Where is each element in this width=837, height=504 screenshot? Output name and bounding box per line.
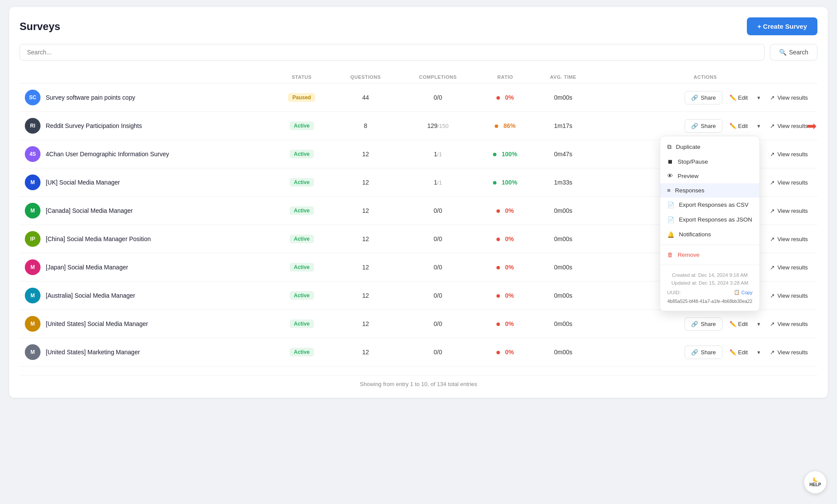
questions-cell: 44 bbox=[332, 84, 398, 112]
actions-cell: 🔗 Share ✏️ Edit ▾ ↗ View results bbox=[598, 317, 812, 331]
dropdown-item-icon: 🔔 bbox=[667, 231, 675, 238]
table-row: M [United States] Marketing Manager Acti… bbox=[20, 338, 817, 366]
copy-uuid-button[interactable]: 📋 Copy bbox=[734, 289, 753, 295]
questions-cell: 12 bbox=[332, 282, 398, 310]
questions-cell: 12 bbox=[332, 310, 398, 338]
edit-icon: ✏️ bbox=[729, 123, 736, 129]
avg-time-cell: 0m00s bbox=[533, 282, 593, 310]
search-input[interactable] bbox=[20, 44, 765, 60]
ratio-dot bbox=[496, 266, 500, 269]
ratio-cell: 0% bbox=[477, 282, 533, 310]
search-input-wrap bbox=[20, 44, 765, 60]
edit-button[interactable]: ✏️ Edit bbox=[725, 346, 752, 359]
search-icon: 🔍 bbox=[779, 49, 786, 56]
dropdown-item-label: Duplicate bbox=[676, 144, 700, 150]
view-results-icon: ↗ bbox=[770, 94, 775, 101]
completions-cell: 129/150 bbox=[399, 112, 477, 140]
view-results-icon: ↗ bbox=[770, 151, 775, 158]
status-badge: Active bbox=[290, 291, 314, 300]
view-results-button[interactable]: ↗ View results bbox=[766, 289, 812, 302]
ratio-cell: 0% bbox=[477, 253, 533, 282]
dropdown-item-notifications[interactable]: 🔔 Notifications bbox=[660, 227, 759, 242]
edit-icon: ✏️ bbox=[729, 349, 736, 356]
chevron-down-icon[interactable]: ▾ bbox=[755, 91, 763, 104]
share-icon: 🔗 bbox=[691, 321, 698, 327]
ratio-value: 0% bbox=[505, 264, 514, 271]
table-row: RI Reddit Survey Participation Insights … bbox=[20, 112, 817, 140]
survey-name-wrap: M [Australia] Social Media Manager bbox=[25, 288, 266, 303]
chevron-down-icon[interactable]: ▾ bbox=[755, 318, 763, 330]
status-badge: Active bbox=[290, 178, 314, 187]
dropdown-item-duplicate[interactable]: ⧉ Duplicate bbox=[660, 140, 759, 155]
col-header-actions: ACTIONS bbox=[593, 71, 817, 84]
avatar: M bbox=[25, 175, 40, 190]
avatar: M bbox=[25, 344, 40, 360]
view-results-button[interactable]: ↗ View results bbox=[766, 91, 812, 104]
share-icon: 🔗 bbox=[691, 94, 698, 101]
avg-time-cell: 1m17s bbox=[533, 112, 593, 140]
avg-time-cell: 0m47s bbox=[533, 140, 593, 168]
share-button[interactable]: 🔗 Share bbox=[685, 346, 722, 359]
actions-cell: 🔗 Share ✏️ Edit ▾ ↗ View results bbox=[598, 346, 812, 359]
chevron-down-icon[interactable]: ▾ bbox=[755, 346, 763, 359]
avg-time-cell: 0m00s bbox=[533, 310, 593, 338]
survey-name: 4Chan User Demographic Information Surve… bbox=[46, 151, 169, 158]
avatar: 4S bbox=[25, 146, 40, 162]
dropdown-item-responses[interactable]: ≡ Responses bbox=[660, 183, 759, 198]
ratio-value: 100% bbox=[502, 151, 517, 158]
dropdown-item-stop/pause[interactable]: ⏹ Stop/Pause bbox=[660, 155, 759, 169]
survey-name-wrap: IP [China] Social Media Manager Position bbox=[25, 231, 266, 247]
completions-cell: 0/0 bbox=[399, 282, 477, 310]
dropdown-item-export-responses-as-json[interactable]: 📄 Export Responses as JSON bbox=[660, 212, 759, 227]
dropdown-item-label: Remove bbox=[678, 252, 699, 258]
search-bar: 🔍 Search bbox=[20, 44, 817, 60]
view-results-button[interactable]: ↗ View results bbox=[766, 318, 812, 330]
help-button[interactable]: 🦶 HELP bbox=[804, 471, 827, 494]
survey-name-wrap: M [UK] Social Media Manager bbox=[25, 175, 266, 190]
dropdown-item-export-responses-as-csv[interactable]: 📄 Export Responses as CSV bbox=[660, 198, 759, 212]
share-button[interactable]: 🔗 Share bbox=[685, 119, 722, 133]
view-results-button[interactable]: ↗ View results bbox=[766, 233, 812, 245]
survey-name: Survey software pain points copy bbox=[46, 94, 135, 101]
survey-name-wrap: M [United States] Marketing Manager bbox=[25, 344, 266, 360]
view-results-button[interactable]: ↗ View results bbox=[766, 261, 812, 274]
view-results-button[interactable]: ↗ View results bbox=[766, 120, 812, 132]
search-button[interactable]: 🔍 Search bbox=[770, 44, 817, 60]
share-button[interactable]: 🔗 Share bbox=[685, 317, 722, 331]
dropdown-meta: Created at: Dec 14, 2024 9:18 AM Updated… bbox=[660, 268, 759, 289]
create-survey-button[interactable]: + Create Survey bbox=[747, 17, 817, 35]
edit-button[interactable]: ✏️ Edit bbox=[725, 91, 752, 104]
survey-name: Reddit Survey Participation Insights bbox=[46, 122, 142, 129]
dropdown-item-preview[interactable]: 👁 Preview bbox=[660, 169, 759, 183]
table-row: SC Survey software pain points copy Paus… bbox=[20, 84, 817, 112]
ratio-cell: 0% bbox=[477, 338, 533, 366]
view-results-icon: ↗ bbox=[770, 264, 775, 271]
edit-button[interactable]: ✏️ Edit bbox=[725, 120, 752, 132]
view-results-button[interactable]: ↗ View results bbox=[766, 176, 812, 189]
avatar: SC bbox=[25, 90, 40, 105]
dropdown-item-remove[interactable]: 🗑 Remove bbox=[660, 248, 759, 262]
help-label: HELP bbox=[810, 482, 821, 487]
status-badge: Active bbox=[290, 235, 314, 243]
view-results-button[interactable]: ↗ View results bbox=[766, 148, 812, 161]
survey-name: [UK] Social Media Manager bbox=[46, 179, 120, 186]
surveys-table: STATUS QUESTIONS COMPLETIONS RATIO AVG. … bbox=[20, 71, 817, 366]
actions-cell: 🔗 Share ✏️ Edit ▾ ⧉ Duplicate ⏹ Stop/Pau… bbox=[598, 119, 812, 133]
edit-button[interactable]: ✏️ Edit bbox=[725, 318, 752, 330]
survey-name-wrap: M [Canada] Social Media Manager bbox=[25, 203, 266, 218]
help-icon: 🦶 bbox=[813, 477, 818, 482]
ratio-value: 0% bbox=[505, 207, 514, 214]
ratio-cell: 0% bbox=[477, 84, 533, 112]
chevron-down-icon[interactable]: ▾ bbox=[755, 120, 763, 132]
completions-cell: 1/1 bbox=[399, 140, 477, 168]
share-button[interactable]: 🔗 Share bbox=[685, 91, 722, 104]
ratio-value: 0% bbox=[505, 235, 514, 242]
survey-name-wrap: 4S 4Chan User Demographic Information Su… bbox=[25, 146, 266, 162]
avg-time-cell: 1m33s bbox=[533, 168, 593, 197]
survey-name-wrap: RI Reddit Survey Participation Insights bbox=[25, 118, 266, 134]
view-results-button[interactable]: ↗ View results bbox=[766, 205, 812, 217]
dropdown-item-icon: ⧉ bbox=[667, 144, 672, 151]
status-badge: Active bbox=[290, 150, 314, 158]
view-results-button[interactable]: ↗ View results bbox=[766, 346, 812, 359]
avg-time-cell: 0m00s bbox=[533, 197, 593, 225]
